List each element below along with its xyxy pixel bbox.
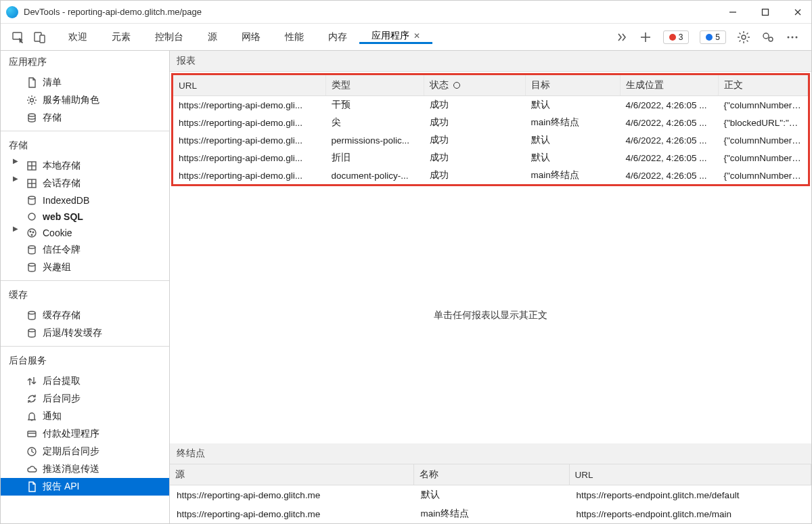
- tab-sources[interactable]: 源: [196, 30, 229, 44]
- clock-icon: [26, 446, 37, 457]
- sidebar-item-local-storage[interactable]: 本地存储: [1, 157, 169, 175]
- errors-badge[interactable]: 3: [663, 30, 690, 44]
- window-minimize-button[interactable]: [725, 4, 741, 20]
- section-background-services: 后台服务: [1, 349, 169, 371]
- feedback-icon[interactable]: [761, 30, 775, 44]
- status-circle-icon: [453, 82, 460, 89]
- window-close-button[interactable]: [790, 4, 806, 20]
- sidebar-item-cookies[interactable]: Cookie: [1, 225, 169, 241]
- cloud-icon: [26, 464, 37, 475]
- svg-point-32: [28, 329, 35, 332]
- col-url[interactable]: URL: [569, 464, 811, 485]
- sidebar-item-indexeddb[interactable]: IndexedDB: [1, 192, 169, 209]
- col-destination[interactable]: 目标: [525, 75, 620, 96]
- col-body[interactable]: 正文: [718, 75, 808, 96]
- tab-performance[interactable]: 性能: [273, 30, 316, 44]
- database-icon: [26, 310, 37, 321]
- expand-icon[interactable]: ▶: [13, 175, 18, 182]
- svg-point-10: [763, 33, 769, 39]
- svg-point-29: [28, 246, 35, 248]
- tab-application[interactable]: 应用程序✕: [359, 30, 432, 44]
- section-cache: 缓存: [1, 284, 169, 305]
- col-url[interactable]: URL: [173, 75, 325, 96]
- sidebar-item-bg-fetch[interactable]: 后台提取: [1, 372, 169, 390]
- expand-icon[interactable]: ▶: [13, 157, 18, 165]
- more-tabs-icon[interactable]: [614, 30, 628, 44]
- database-icon: [26, 262, 37, 273]
- tabs: 欢迎 元素 控制台 源 网络 性能 内存 应用程序✕: [56, 30, 612, 44]
- table-row[interactable]: https://reporting-api-demo.gli...documen…: [173, 167, 808, 184]
- table-row[interactable]: https://reporting-api-demo.gli...干预成功默认4…: [173, 96, 808, 114]
- table-row[interactable]: https://reporting-api-demo.glitch.memain…: [170, 504, 811, 523]
- sidebar-item-notifications[interactable]: 通知: [1, 408, 169, 425]
- svg-point-24: [28, 213, 35, 220]
- tab-welcome[interactable]: 欢迎: [56, 30, 99, 44]
- sidebar-item-trust-tokens[interactable]: 信任令牌: [1, 241, 169, 259]
- device-toggle-icon[interactable]: [33, 30, 47, 44]
- svg-point-23: [28, 196, 35, 199]
- table-row[interactable]: https://reporting-api-demo.glitch.me默认ht…: [170, 485, 811, 505]
- table-row[interactable]: https://reporting-api-demo.gli...尖成功main…: [173, 114, 808, 131]
- sidebar-item-storage[interactable]: 存储: [1, 109, 169, 127]
- svg-point-12: [788, 36, 790, 38]
- sidebar-item-reporting-api[interactable]: 报告 API: [1, 478, 169, 496]
- svg-point-31: [28, 311, 35, 314]
- endpoints-table: 源 名称 URL https://reporting-api-demo.glit…: [170, 464, 811, 523]
- col-name[interactable]: 名称: [413, 464, 569, 485]
- close-icon[interactable]: ✕: [413, 31, 420, 41]
- file-icon: [26, 77, 37, 88]
- sidebar-item-cache-storage[interactable]: 缓存存储: [1, 307, 169, 324]
- add-tab-icon[interactable]: [639, 30, 652, 44]
- window-title: DevTools - reporting-api-demo.glitch.me/…: [24, 7, 725, 17]
- window-maximize-button[interactable]: [757, 4, 773, 20]
- col-type[interactable]: 类型: [325, 75, 424, 96]
- sidebar-item-periodic-sync[interactable]: 定期后台同步: [1, 443, 169, 460]
- devtools-tabbar: 欢迎 元素 控制台 源 网络 性能 内存 应用程序✕ 3 5: [1, 24, 811, 51]
- tab-memory[interactable]: 内存: [316, 30, 359, 44]
- tab-console[interactable]: 控制台: [143, 30, 196, 44]
- col-origin[interactable]: 源: [170, 464, 413, 485]
- sidebar-item-interest-groups[interactable]: 兴趣组: [1, 259, 169, 276]
- svg-rect-33: [28, 431, 36, 437]
- sidebar-item-manifest[interactable]: 清单: [1, 74, 169, 91]
- sidebar-item-websql[interactable]: web SQL: [1, 209, 169, 225]
- svg-point-26: [30, 231, 31, 232]
- svg-point-13: [792, 36, 794, 38]
- endpoints-panel: 终结点 源 名称 URL https://reporting-api-demo.…: [170, 443, 811, 523]
- svg-rect-4: [13, 32, 22, 39]
- report-body-placeholder: 单击任何报表以显示其正文: [170, 188, 811, 443]
- tab-elements[interactable]: 元素: [99, 30, 143, 44]
- table-row[interactable]: https://reporting-api-demo.gli...折旧成功默认4…: [173, 149, 808, 167]
- bell-icon: [26, 411, 37, 422]
- expand-icon[interactable]: ▶: [13, 225, 18, 232]
- sidebar-item-service-workers[interactable]: 服务辅助角色: [1, 91, 169, 109]
- database-icon: [26, 328, 37, 339]
- sidebar-item-bfcache[interactable]: 后退/转发缓存: [1, 324, 169, 342]
- inspect-icon[interactable]: [12, 30, 25, 44]
- svg-point-15: [30, 99, 34, 102]
- col-generated[interactable]: 生成位置: [620, 75, 718, 96]
- svg-point-9: [742, 35, 746, 39]
- grid-icon: [26, 160, 37, 171]
- card-icon: [26, 429, 37, 439]
- sidebar-item-session-storage[interactable]: 会话存储: [1, 175, 169, 192]
- database-icon: [26, 244, 37, 255]
- table-row[interactable]: https://reporting-api-demo.gli...permiss…: [173, 131, 808, 149]
- messages-badge[interactable]: 5: [700, 30, 726, 44]
- tab-network[interactable]: 网络: [229, 30, 273, 44]
- col-status[interactable]: 状态: [424, 75, 525, 96]
- database-icon: [26, 195, 37, 206]
- section-application: 应用程序: [1, 51, 169, 72]
- table-header-row: 源 名称 URL: [170, 464, 811, 485]
- content-panel: 报表 URL 类型 状态 目标 生成位置 正文 https://reportin…: [170, 51, 811, 523]
- kebab-menu-icon[interactable]: [786, 30, 799, 44]
- sidebar-item-payment-handler[interactable]: 付款处理程序: [1, 425, 169, 443]
- svg-point-14: [796, 36, 798, 38]
- reports-heading: 报表: [170, 51, 811, 72]
- svg-point-30: [28, 263, 35, 266]
- settings-icon[interactable]: [737, 30, 750, 44]
- sidebar-item-push-messaging[interactable]: 推送消息传送: [1, 460, 169, 478]
- edge-app-icon: [6, 6, 18, 18]
- reports-table-highlighted: URL 类型 状态 目标 生成位置 正文 https://reporting-a…: [171, 73, 810, 186]
- sidebar-item-bg-sync[interactable]: 后台同步: [1, 390, 169, 408]
